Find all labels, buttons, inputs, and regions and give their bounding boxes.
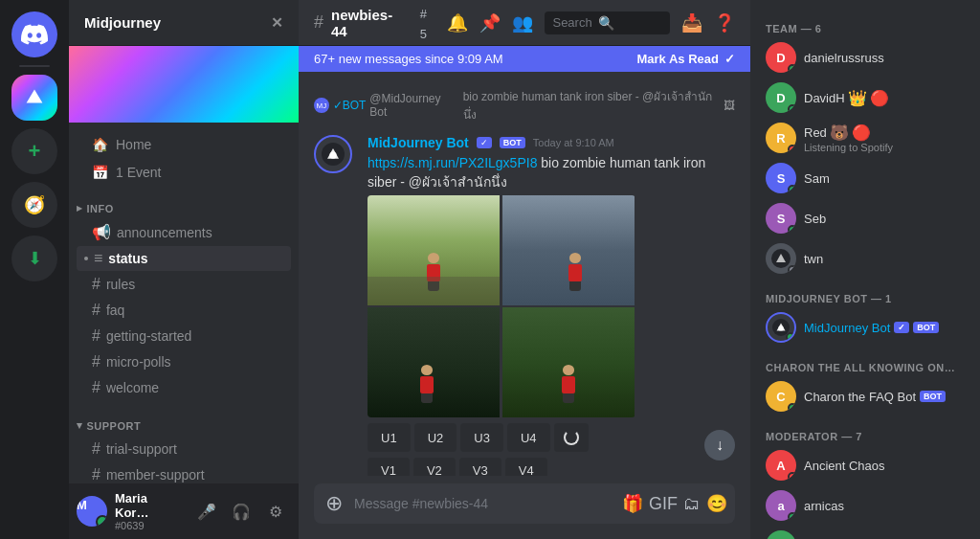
nav-events[interactable]: 📅 1 Event: [77, 159, 291, 186]
support-category[interactable]: ▾ SUPPORT: [69, 404, 299, 436]
discord-home-icon[interactable]: [11, 11, 57, 57]
user-discriminator: #0639: [115, 520, 184, 531]
member-avatar: [766, 243, 796, 274]
pin-icon[interactable]: 📌: [479, 12, 501, 34]
nav-home[interactable]: 🏠 Home: [77, 131, 291, 158]
message-group-1: MidJourney Bot ✓ BOT Today at 9:10 AM ht…: [314, 131, 735, 476]
inline-mention: @MidJourney Bot: [369, 92, 458, 119]
verified-badge: ✓: [477, 137, 492, 148]
channel-hash-icon: #: [314, 12, 323, 33]
user-avatar[interactable]: M: [77, 496, 107, 527]
mute-icon[interactable]: 🎤: [191, 496, 222, 527]
member-ancient-chaos[interactable]: A Ancient Chaos: [758, 446, 972, 484]
settings-icon[interactable]: ⚙: [260, 496, 291, 527]
hash-count-btn[interactable]: # 5: [420, 3, 436, 43]
channel-rules[interactable]: # rules: [77, 272, 291, 297]
add-server-icon[interactable]: +: [11, 128, 57, 174]
member-davidh[interactable]: D DavidH 👑 🔴: [758, 79, 972, 117]
channel-hash-icon: #: [92, 353, 100, 371]
explore-servers-icon[interactable]: 🧭: [11, 182, 57, 228]
search-bar[interactable]: Search 🔍: [545, 11, 670, 34]
channel-getting-started-label: getting-started: [106, 328, 192, 344]
refresh-button[interactable]: [554, 423, 589, 452]
member-twn[interactable]: twn: [758, 239, 972, 278]
sticker-icon[interactable]: 🗂: [683, 494, 701, 514]
help-icon[interactable]: ❓: [714, 12, 735, 34]
username: Maria Kor…: [115, 491, 184, 520]
notification-mute-icon[interactable]: 🔔: [447, 12, 468, 34]
member-name: Ancient Chaos: [804, 459, 885, 473]
chat-input-area: ⊕ 🎁 GIF 🗂 😊: [299, 476, 750, 539]
scroll-to-bottom-btn[interactable]: ↓: [704, 430, 735, 460]
u2-button[interactable]: U2: [414, 423, 457, 452]
v4-button[interactable]: V4: [505, 458, 547, 476]
channel-welcome-label: welcome: [106, 380, 159, 395]
member-sam[interactable]: S Sam: [758, 159, 972, 197]
member-arnicas[interactable]: a arnicas: [758, 486, 972, 525]
deafen-icon[interactable]: 🎧: [226, 496, 256, 527]
member-fractl[interactable]: f fractl: [758, 527, 972, 539]
chat-input[interactable]: [354, 485, 614, 522]
member-midjourney-bot[interactable]: MidJourney Bot ✓ BOT: [758, 308, 972, 347]
channel-welcome[interactable]: # welcome: [77, 375, 291, 400]
add-attachment-btn[interactable]: ⊕: [322, 483, 346, 524]
channel-sidebar: Midjourney ✕ 🏠 Home 📅 1 Event ▸ INFO 📢 a…: [69, 0, 299, 539]
u1-button[interactable]: U1: [368, 423, 411, 452]
channel-announcements[interactable]: 📢 announcements: [77, 219, 291, 245]
events-icon: 📅: [92, 165, 108, 180]
member-name: Sam: [804, 171, 830, 186]
channel-hash-icon: #: [92, 440, 100, 458]
channel-faq[interactable]: # faq: [77, 298, 291, 323]
v2-button[interactable]: V2: [413, 458, 456, 476]
inline-bot-avatar: MJ: [314, 98, 329, 113]
search-placeholder: Search: [552, 15, 591, 30]
image-cell-bl[interactable]: [368, 307, 500, 417]
u4-button[interactable]: U4: [507, 423, 550, 452]
channel-name: newbies-44: [331, 7, 405, 39]
member-seb[interactable]: S Seb: [758, 199, 972, 237]
new-messages-bar[interactable]: 67+ new messages since 9:09 AM Mark As R…: [299, 46, 750, 72]
member-avatar: C: [766, 381, 796, 412]
input-actions: 🎁 GIF 🗂 😊: [622, 493, 727, 514]
channel-hash-icon: #: [92, 327, 100, 345]
collapse-icon: ▾: [77, 419, 83, 432]
channel-status-label: status: [108, 251, 147, 266]
nav-events-label: 1 Event: [116, 165, 161, 180]
member-danielrussruss[interactable]: D danielrussruss: [758, 38, 972, 77]
home-icon: 🏠: [92, 137, 108, 152]
v3-button[interactable]: V3: [459, 458, 501, 476]
member-name: danielrussruss: [804, 51, 884, 65]
info-section: ▸ INFO 📢 announcements ≡ status # rules …: [69, 187, 299, 400]
gift-icon[interactable]: 🎁: [622, 493, 643, 514]
image-cell-tr[interactable]: [502, 195, 635, 305]
channel-trial-support[interactable]: # trial-support: [77, 437, 291, 461]
channel-hash-icon: #: [92, 276, 100, 293]
channel-micro-polls[interactable]: # micro-polls: [77, 349, 291, 374]
channel-member-support[interactable]: # member-support: [77, 462, 291, 483]
u3-button[interactable]: U3: [460, 423, 503, 452]
member-avatar: S: [766, 203, 796, 234]
download-apps-icon[interactable]: ⬇: [11, 236, 57, 281]
server-banner: [69, 46, 299, 123]
bot-avatar[interactable]: [314, 135, 352, 173]
member-charon-bot[interactable]: C Charon the FAQ Bot BOT: [758, 377, 972, 415]
channel-getting-started[interactable]: # getting-started: [77, 324, 291, 348]
inbox-icon[interactable]: 📥: [681, 12, 702, 34]
midjourney-server-icon[interactable]: [11, 75, 57, 121]
channel-trial-support-label: trial-support: [106, 441, 177, 457]
message-link[interactable]: https://s.mj.run/PX2ILgx5PI8: [368, 155, 537, 170]
image-cell-tl[interactable]: [368, 195, 500, 305]
member-red[interactable]: R Red 🐻 🔴 Listening to Spotify: [758, 119, 972, 157]
v1-button[interactable]: V1: [368, 458, 410, 476]
image-cell-br[interactable]: [502, 307, 635, 417]
member-name-wrapper: DavidH 👑 🔴: [804, 89, 889, 107]
gif-icon[interactable]: GIF: [649, 494, 678, 514]
sidebar-footer: M Maria Kor… #0639 🎤 🎧 ⚙: [69, 483, 299, 539]
mark-as-read-btn[interactable]: Mark As Read ✓: [637, 52, 736, 66]
emoji-icon[interactable]: 😊: [706, 493, 727, 514]
channel-status[interactable]: ≡ status: [77, 246, 291, 271]
members-toggle-icon[interactable]: 👥: [512, 12, 533, 34]
info-category[interactable]: ▸ INFO: [69, 187, 299, 218]
server-header[interactable]: Midjourney ✕: [69, 0, 299, 46]
bot-label: BOT: [913, 322, 939, 333]
